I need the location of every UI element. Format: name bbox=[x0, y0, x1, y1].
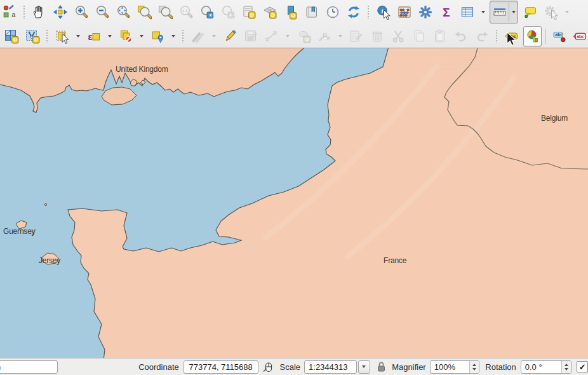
zoom-native-button[interactable]: 1:1 bbox=[177, 2, 195, 22]
zoom-last-button[interactable] bbox=[197, 2, 216, 22]
current-edits-dropdown[interactable] bbox=[210, 26, 218, 46]
run-feature-action-dropdown[interactable] bbox=[563, 2, 571, 22]
magnifier-spinbox[interactable]: 100% bbox=[430, 360, 480, 374]
current-edits-icon bbox=[190, 29, 206, 44]
render-checkbox[interactable]: ✓ bbox=[577, 361, 588, 372]
copy-features-button[interactable] bbox=[410, 26, 428, 46]
zoom-native-icon: 1:1 bbox=[178, 4, 194, 20]
vertex-tool-button[interactable] bbox=[315, 26, 333, 46]
measure-dropdown[interactable] bbox=[509, 3, 518, 22]
select-by-expression-dropdown[interactable] bbox=[105, 26, 114, 46]
extents-toggle-button[interactable] bbox=[262, 361, 274, 373]
rotation-spinbox[interactable]: 0.0 ° bbox=[521, 360, 572, 374]
refresh-icon bbox=[346, 4, 361, 20]
digitize-dropdown[interactable] bbox=[283, 26, 291, 46]
modify-attributes-button[interactable] bbox=[347, 26, 365, 46]
toolbar-handle[interactable] bbox=[495, 29, 498, 43]
toolbar-handle[interactable] bbox=[46, 29, 48, 43]
svg-text:ε: ε bbox=[88, 31, 92, 42]
new-map-view-button[interactable] bbox=[239, 2, 258, 22]
zoom-out-icon bbox=[95, 4, 110, 20]
abacus-icon bbox=[397, 4, 412, 20]
digitize-with-segment-button[interactable] bbox=[262, 26, 281, 46]
cut-features-button[interactable] bbox=[389, 26, 407, 46]
zoom-to-selection-button[interactable] bbox=[135, 2, 153, 22]
new-spatial-bookmark-button[interactable] bbox=[281, 2, 300, 22]
save-layer-edits-button[interactable] bbox=[241, 26, 260, 46]
svg-text:a: a bbox=[12, 11, 16, 18]
toggle-editing-button[interactable] bbox=[220, 26, 239, 46]
attribute-table-button[interactable] bbox=[458, 2, 476, 22]
toolbar-handle[interactable] bbox=[23, 5, 25, 19]
mouse-cursor bbox=[506, 32, 516, 46]
temporal-controller-button[interactable] bbox=[323, 2, 342, 22]
new-3d-map-view-button[interactable] bbox=[260, 2, 279, 22]
magnifier-spin-arrows[interactable] bbox=[469, 361, 479, 373]
toggle-editing-icon bbox=[222, 29, 237, 44]
zoom-full-extent-button[interactable] bbox=[114, 2, 132, 22]
scale-input[interactable]: 1:2344313 bbox=[304, 360, 357, 374]
highlight-pinned-icon: abc bbox=[573, 29, 588, 44]
zoom-next-button[interactable] bbox=[218, 2, 237, 22]
undo-button[interactable] bbox=[451, 26, 470, 46]
coordinate-input[interactable]: 773774, 7115688 bbox=[184, 360, 258, 374]
magnifier-value: 100% bbox=[434, 362, 455, 372]
pan-map-button[interactable] bbox=[30, 2, 48, 22]
select-features-dropdown[interactable] bbox=[74, 26, 82, 46]
scale-dropdown-button[interactable] bbox=[358, 360, 371, 374]
measure-icon bbox=[492, 4, 507, 20]
toolbar-handle[interactable] bbox=[182, 29, 184, 43]
paste-icon bbox=[432, 29, 448, 44]
pan-to-selection-button[interactable] bbox=[51, 2, 69, 22]
layer-style-indicator[interactable]: a bbox=[2, 2, 18, 22]
save-edits-icon bbox=[243, 29, 258, 44]
zoom-in-button[interactable] bbox=[72, 2, 90, 22]
field-calculator-button[interactable] bbox=[395, 2, 413, 22]
toolbar-handle[interactable] bbox=[367, 5, 370, 19]
delete-selected-button[interactable] bbox=[368, 26, 386, 46]
highlight-pinned-labels-button[interactable]: abc bbox=[571, 26, 588, 46]
current-edits-button[interactable] bbox=[189, 26, 207, 46]
attribute-table-icon bbox=[460, 4, 475, 20]
locator-input[interactable]: ) bbox=[0, 360, 58, 374]
pin-labels-icon: ab bbox=[552, 29, 567, 44]
run-feature-action-button[interactable] bbox=[542, 2, 560, 22]
attribute-table-dropdown[interactable] bbox=[479, 2, 487, 22]
lock-scale-button[interactable] bbox=[376, 361, 387, 372]
vertex-tool-dropdown[interactable] bbox=[336, 26, 344, 46]
rotation-value: 0.0 ° bbox=[525, 362, 542, 372]
show-spatial-bookmarks-button[interactable] bbox=[302, 2, 321, 22]
new-shapefile-layer-button[interactable] bbox=[2, 26, 20, 46]
measure-group bbox=[490, 1, 518, 24]
rotation-spin-arrows[interactable] bbox=[561, 361, 571, 373]
lock-icon bbox=[376, 361, 387, 372]
move-feature-button[interactable] bbox=[294, 26, 312, 46]
select-by-value-button[interactable] bbox=[148, 26, 166, 46]
processing-toolbox-button[interactable] bbox=[416, 2, 434, 22]
magnifier-label: Magnifier bbox=[392, 362, 425, 372]
map-tips-button[interactable] bbox=[521, 2, 539, 22]
scissors-icon bbox=[391, 29, 406, 44]
deselect-features-button[interactable] bbox=[116, 26, 135, 46]
select-expression-icon: ε bbox=[86, 29, 102, 44]
map-canvas[interactable]: United Kingdom Belgium France Guernsey J… bbox=[0, 48, 588, 358]
statistical-summary-button[interactable]: Σ bbox=[437, 2, 455, 22]
diagram-options-icon bbox=[525, 29, 540, 44]
select-by-expression-button[interactable]: ε bbox=[84, 26, 103, 46]
mouse-position-icon bbox=[262, 361, 274, 373]
identify-features-button[interactable]: i bbox=[374, 2, 392, 22]
paste-features-button[interactable] bbox=[431, 26, 449, 46]
refresh-button[interactable] bbox=[344, 2, 363, 22]
select-by-value-dropdown[interactable] bbox=[169, 26, 177, 46]
new-virtual-layer-button[interactable] bbox=[23, 26, 41, 46]
redo-button[interactable] bbox=[472, 26, 491, 46]
select-features-button[interactable] bbox=[53, 26, 71, 46]
zoom-to-layer-button[interactable] bbox=[156, 2, 174, 22]
digitize-segment-icon bbox=[264, 29, 279, 44]
pin-labels-button[interactable]: ab bbox=[550, 26, 568, 46]
zoom-out-button[interactable] bbox=[93, 2, 111, 22]
measure-line-button[interactable] bbox=[490, 3, 509, 22]
layer-diagram-options-button[interactable] bbox=[523, 26, 542, 46]
deselect-features-dropdown[interactable] bbox=[137, 26, 145, 46]
map-label-france: France bbox=[384, 256, 406, 265]
